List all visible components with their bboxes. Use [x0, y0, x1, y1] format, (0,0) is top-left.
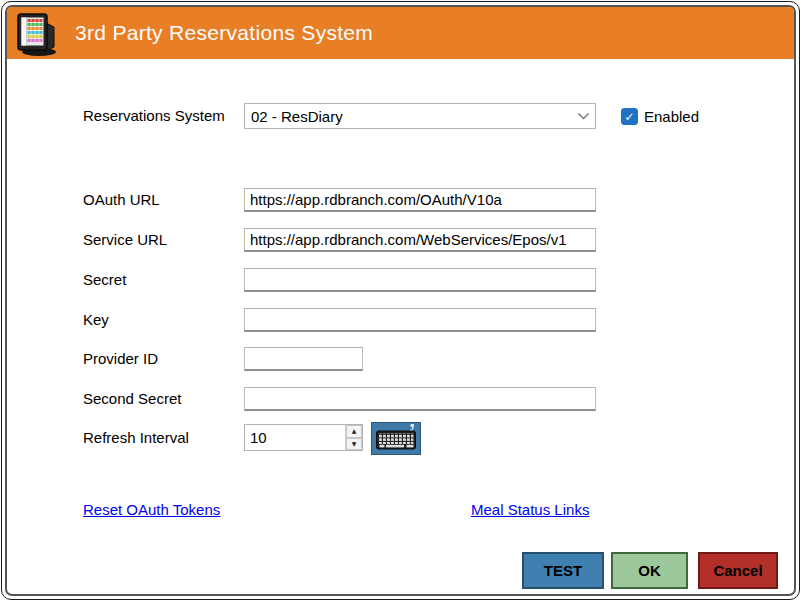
reservations-dialog: 3rd Party Reservations System Reservatio… — [0, 0, 802, 602]
check-icon: ✓ — [624, 111, 634, 123]
ok-button[interactable]: OK — [611, 552, 688, 589]
service-url-label: Service URL — [83, 228, 167, 252]
second-secret-label: Second Secret — [83, 387, 181, 411]
window-outer-border: 3rd Party Reservations System Reservatio… — [1, 1, 800, 600]
reservations-system-value: 02 - ResDiary — [245, 108, 571, 125]
reservations-system-label: Reservations System — [83, 103, 225, 129]
refresh-interval-input[interactable] — [245, 425, 345, 450]
refresh-interval-spinner: ▲ ▼ — [244, 424, 363, 451]
spinner-buttons: ▲ ▼ — [345, 425, 362, 450]
spin-up-button[interactable]: ▲ — [346, 425, 362, 438]
provider-id-label: Provider ID — [83, 347, 158, 371]
reservations-system-select[interactable]: 02 - ResDiary — [244, 103, 596, 129]
keyboard-icon — [375, 424, 417, 454]
title-bar: 3rd Party Reservations System — [7, 7, 794, 59]
reset-oauth-tokens-link[interactable]: Reset OAuth Tokens — [83, 501, 220, 518]
spin-down-button[interactable]: ▼ — [346, 438, 362, 451]
provider-id-input[interactable] — [244, 347, 363, 371]
test-button[interactable]: TEST — [522, 552, 604, 589]
window-title: 3rd Party Reservations System — [75, 7, 373, 59]
enabled-label: Enabled — [644, 108, 699, 125]
oauth-url-label: OAuth URL — [83, 188, 160, 212]
chevron-down-icon — [571, 112, 595, 121]
enabled-checkbox[interactable]: ✓ — [621, 108, 638, 125]
second-secret-input[interactable] — [244, 387, 596, 411]
service-url-input[interactable] — [244, 228, 596, 252]
oauth-url-input[interactable] — [244, 188, 596, 212]
refresh-interval-label: Refresh Interval — [83, 424, 189, 451]
on-screen-keyboard-button[interactable] — [371, 422, 421, 455]
key-label: Key — [83, 308, 109, 332]
cancel-button[interactable]: Cancel — [698, 552, 778, 589]
secret-label: Secret — [83, 268, 126, 292]
key-input[interactable] — [244, 308, 596, 332]
secret-input[interactable] — [244, 268, 596, 292]
window-inner-frame: 3rd Party Reservations System Reservatio… — [5, 5, 796, 596]
meal-status-links-link[interactable]: Meal Status Links — [471, 501, 589, 518]
pos-terminal-icon — [12, 11, 62, 57]
